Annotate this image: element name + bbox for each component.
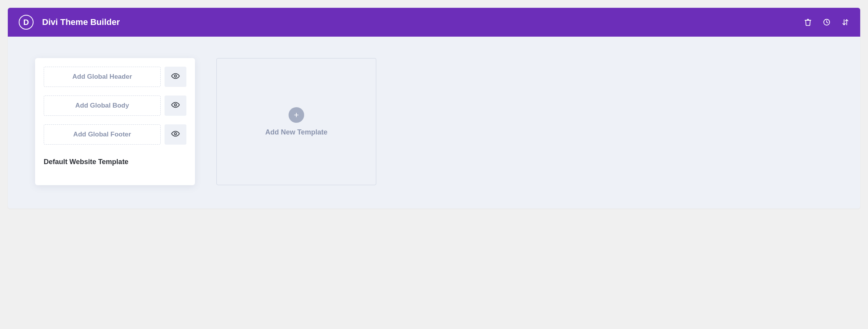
eye-icon [171, 72, 180, 82]
plus-icon [289, 107, 304, 123]
slot-label: Add Global Header [72, 73, 132, 81]
footer-slot-row: Add Global Footer [44, 124, 186, 145]
header-actions [804, 18, 849, 26]
svg-point-4 [174, 104, 177, 106]
eye-icon [171, 101, 180, 111]
header-slot-row: Add Global Header [44, 67, 186, 87]
header-bar: D Divi Theme Builder [8, 8, 860, 37]
svg-point-3 [174, 75, 177, 77]
logo-letter: D [23, 18, 29, 27]
builder-body: Add Global Header Add Global Body [8, 37, 860, 209]
add-template-label: Add New Template [265, 128, 328, 136]
header-visibility-toggle[interactable] [165, 67, 186, 87]
slot-label: Add Global Body [75, 102, 129, 110]
trash-icon[interactable] [804, 18, 812, 26]
import-export-icon[interactable] [841, 18, 849, 26]
add-global-body-button[interactable]: Add Global Body [44, 96, 161, 116]
body-slot-row: Add Global Body [44, 96, 186, 116]
footer-visibility-toggle[interactable] [165, 124, 186, 145]
svg-point-5 [174, 133, 177, 135]
slot-label: Add Global Footer [73, 131, 131, 138]
default-template-card: Add Global Header Add Global Body [35, 58, 195, 185]
theme-builder-panel: D Divi Theme Builder Add Global Header [8, 8, 860, 209]
history-icon[interactable] [823, 18, 831, 26]
body-visibility-toggle[interactable] [165, 96, 186, 116]
add-new-template-button[interactable]: Add New Template [216, 58, 376, 185]
eye-icon [171, 129, 180, 140]
page-title: Divi Theme Builder [42, 17, 804, 27]
divi-logo: D [19, 15, 34, 30]
add-global-footer-button[interactable]: Add Global Footer [44, 124, 161, 145]
template-title: Default Website Template [44, 158, 186, 166]
add-global-header-button[interactable]: Add Global Header [44, 67, 161, 87]
